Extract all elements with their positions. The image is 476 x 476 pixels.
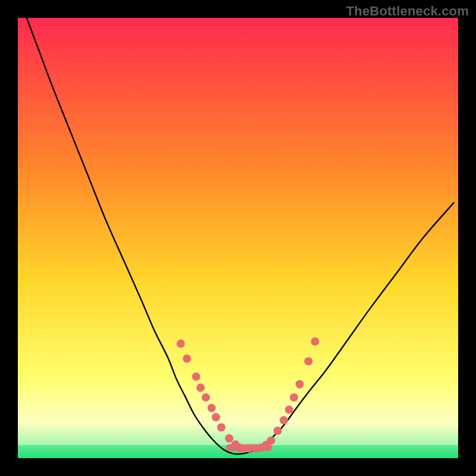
data-marker [183,355,191,363]
data-marker [296,380,304,389]
data-marker [196,384,205,392]
data-marker [192,372,201,381]
bottleneck-chart-svg [18,18,458,458]
data-marker [274,427,282,435]
data-marker [280,416,288,424]
data-marker [202,393,210,402]
data-marker [208,404,216,412]
data-marker [217,423,226,431]
data-marker [290,393,298,402]
data-marker [267,436,275,444]
data-marker [212,413,220,421]
data-marker [285,406,293,414]
gradient-background [18,18,458,458]
data-marker [311,337,320,346]
data-marker [304,357,312,365]
data-marker [225,434,233,443]
plot-area [18,18,458,458]
watermark-text: TheBottleneck.com [346,4,469,19]
chart-frame: TheBottleneck.com [0,0,476,476]
data-marker [177,340,185,348]
